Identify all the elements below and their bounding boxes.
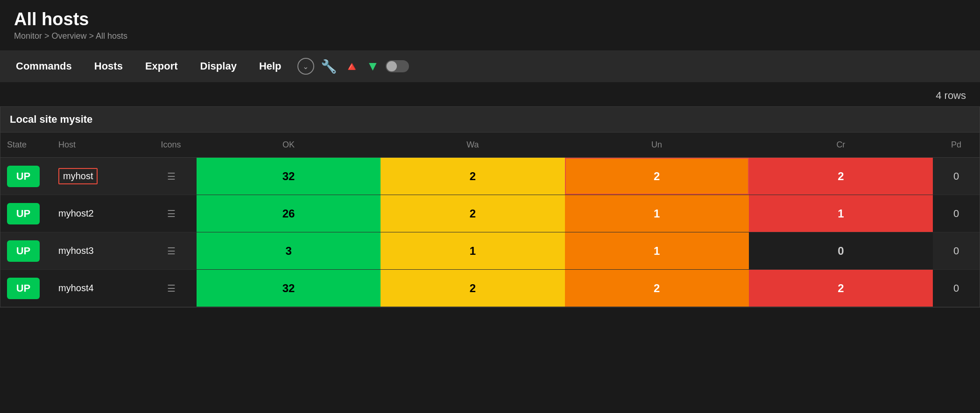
host-cell: myhost4 xyxy=(52,270,145,307)
filter-icon[interactable]: ▼ xyxy=(367,59,380,74)
state-cell: UP xyxy=(0,270,52,307)
breadcrumb: Monitor > Overview > All hosts xyxy=(14,31,966,41)
cr-value[interactable]: 2 xyxy=(749,158,933,195)
ok-value[interactable]: 26 xyxy=(197,195,381,232)
wa-value[interactable]: 2 xyxy=(381,158,564,195)
cr-value[interactable]: 1 xyxy=(749,195,933,232)
host-link[interactable]: myhost xyxy=(58,168,98,184)
chevron-down-icon[interactable]: ⌄ xyxy=(297,58,314,75)
hamburger-icon[interactable]: ☰ xyxy=(167,245,175,257)
hamburger-icon[interactable]: ☰ xyxy=(167,208,175,219)
host-cell: myhost3 xyxy=(52,232,145,269)
toolbar-icon-group: ⌄ 🔧 🔺 ▼ xyxy=(297,58,409,75)
toolbar-export[interactable]: Export xyxy=(134,50,189,82)
un-value[interactable]: 2 xyxy=(565,270,749,307)
toolbar: Commands Hosts Export Display Help ⌄ 🔧 🔺… xyxy=(0,50,980,82)
icons-cell: ☰ xyxy=(145,232,197,269)
col-wa: Wa xyxy=(381,137,564,153)
toolbar-hosts[interactable]: Hosts xyxy=(83,50,134,82)
host-cell: myhost xyxy=(52,158,145,195)
hosts-table: Local site mysite State Host Icons OK Wa… xyxy=(0,106,980,308)
un-value[interactable]: 2 xyxy=(565,158,749,195)
toolbar-display[interactable]: Display xyxy=(189,50,248,82)
col-host: Host xyxy=(52,137,145,153)
wrench-icon[interactable]: 🔧 xyxy=(321,59,337,74)
state-badge-up[interactable]: UP xyxy=(7,278,40,299)
icons-cell: ☰ xyxy=(145,195,197,232)
host-link[interactable]: myhost2 xyxy=(58,208,94,219)
ok-value[interactable]: 32 xyxy=(197,270,381,307)
toolbar-commands[interactable]: Commands xyxy=(5,50,83,82)
un-value[interactable]: 1 xyxy=(565,195,749,232)
site-header: Local site mysite xyxy=(0,107,980,133)
host-link[interactable]: myhost3 xyxy=(58,245,94,256)
state-badge-up[interactable]: UP xyxy=(7,166,40,187)
col-cr: Cr xyxy=(749,137,933,153)
col-ok: OK xyxy=(197,137,381,153)
pd-value: 0 xyxy=(933,195,980,232)
toolbar-help[interactable]: Help xyxy=(248,50,293,82)
state-cell: UP xyxy=(0,232,52,269)
state-cell: UP xyxy=(0,195,52,232)
rows-count: 4 rows xyxy=(0,82,980,106)
wa-value[interactable]: 2 xyxy=(381,270,564,307)
state-cell: UP xyxy=(0,158,52,195)
table-row: UP myhost ☰ 32 2 2 2 0 xyxy=(0,158,980,195)
icons-cell: ☰ xyxy=(145,270,197,307)
table-row: UP myhost2 ☰ 26 2 1 1 0 xyxy=(0,195,980,232)
col-pd: Pd xyxy=(933,137,980,153)
pd-value: 0 xyxy=(933,270,980,307)
col-state: State xyxy=(0,137,52,153)
cr-value[interactable]: 2 xyxy=(749,270,933,307)
col-icons: Icons xyxy=(145,137,197,153)
ok-value[interactable]: 32 xyxy=(197,158,381,195)
icons-cell: ☰ xyxy=(145,158,197,195)
column-headers: State Host Icons OK Wa Un Cr Pd xyxy=(0,133,980,158)
table-row: UP myhost3 ☰ 3 1 1 0 0 xyxy=(0,232,980,270)
pd-value: 0 xyxy=(933,158,980,195)
page-title: All hosts xyxy=(14,9,966,29)
cone-icon[interactable]: 🔺 xyxy=(344,59,360,74)
ok-value[interactable]: 3 xyxy=(197,232,381,269)
table-row: UP myhost4 ☰ 32 2 2 2 0 xyxy=(0,270,980,307)
state-badge-up[interactable]: UP xyxy=(7,203,40,224)
pd-value: 0 xyxy=(933,232,980,269)
hamburger-icon[interactable]: ☰ xyxy=(167,171,175,182)
host-cell: myhost2 xyxy=(52,195,145,232)
state-badge-up[interactable]: UP xyxy=(7,240,40,262)
hamburger-icon[interactable]: ☰ xyxy=(167,283,175,294)
cr-value[interactable]: 0 xyxy=(749,232,933,269)
wa-value[interactable]: 1 xyxy=(381,232,564,269)
wa-value[interactable]: 2 xyxy=(381,195,564,232)
host-link[interactable]: myhost4 xyxy=(58,283,94,294)
col-un: Un xyxy=(565,137,749,153)
un-value[interactable]: 1 xyxy=(565,232,749,269)
toggle-switch[interactable] xyxy=(386,60,409,72)
